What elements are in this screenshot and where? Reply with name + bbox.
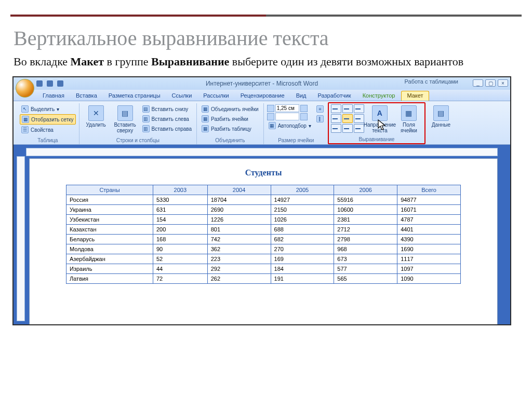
align-top-left[interactable] [331,104,341,113]
table-cell[interactable]: 200 [153,225,207,235]
table-row[interactable]: Украина631269021501060016071 [66,205,461,215]
align-bottom-center[interactable] [342,124,353,133]
table-cell[interactable]: Азербайджан [66,254,153,264]
alignment-grid[interactable] [331,104,364,133]
table-cell[interactable]: Латвия [66,274,153,284]
cell-margins-button[interactable]: ▦Поля ячейки [395,104,422,133]
table-cell[interactable]: 1226 [207,215,271,225]
tab-главная[interactable]: Главная [37,91,70,101]
quick-access-toolbar[interactable] [36,80,63,87]
stepper-icon[interactable] [300,113,308,120]
table-header[interactable]: 2005 [271,185,334,195]
restore-icon[interactable]: ▢ [485,79,496,87]
tab-конструктор[interactable]: Конструктор [357,91,401,101]
stepper-icon[interactable] [300,105,308,112]
align-bottom-right[interactable] [354,124,364,133]
table-cell[interactable]: Россия [66,195,153,205]
table-row[interactable]: Россия533018704149275591694877 [66,195,461,205]
table-cell[interactable]: 631 [153,205,207,215]
text-direction-button[interactable]: AНаправление текста [366,104,393,133]
table-cell[interactable]: 688 [271,225,334,235]
table-cell[interactable]: 742 [207,235,271,244]
align-top-right[interactable] [354,104,364,113]
insert-right-button[interactable]: ▥Вставить справа [141,124,193,133]
insert-left-button[interactable]: ▥Вставить слева [141,114,193,123]
table-row[interactable]: Казахстан20080168827124401 [66,225,461,235]
row-height-control[interactable] [267,104,313,112]
minimize-icon[interactable]: _ [473,79,483,87]
table-cell[interactable]: 1026 [271,215,334,225]
table-cell[interactable]: 94877 [397,195,461,205]
table-cell[interactable]: 2798 [334,235,397,244]
table-cell[interactable]: 168 [153,235,207,244]
table-cell[interactable]: 44 [153,264,207,274]
insert-below-button[interactable]: ▤Вставить снизу [141,104,193,114]
table-cell[interactable]: 682 [271,235,334,244]
table-cell[interactable]: 292 [207,264,271,274]
align-middle-left[interactable] [331,114,341,123]
table-cell[interactable]: 2150 [271,205,334,215]
align-middle-right[interactable] [354,114,364,123]
table-cell[interactable]: 191 [271,274,334,284]
table-cell[interactable]: Молдова [66,244,153,254]
table-cell[interactable]: 16071 [397,205,461,215]
table-cell[interactable]: Израиль [66,264,153,274]
table-cell[interactable]: 1097 [397,264,461,274]
align-bottom-left[interactable] [331,124,341,133]
table-row[interactable]: Израиль442921845771097 [66,264,461,274]
table-row[interactable]: Беларусь16874268227984390 [66,235,461,244]
table-row[interactable]: Молдова903622709681690 [66,244,461,254]
table-cell[interactable]: 801 [207,225,271,235]
data-button[interactable]: ▤Данные [428,104,455,128]
horizontal-ruler[interactable] [26,148,498,156]
redo-icon[interactable] [57,80,63,87]
insert-above-button[interactable]: ▤Вставить сверху [112,104,139,133]
col-width-input[interactable] [275,113,299,120]
table-cell[interactable]: 362 [207,244,271,254]
table-cell[interactable]: 2712 [334,225,397,235]
table-cell[interactable]: 223 [207,254,271,264]
tab-разработчик[interactable]: Разработчик [313,91,356,101]
distribute-rows-button[interactable]: ≡ [315,104,325,114]
split-cells-button[interactable]: ▦Разбить ячейки [200,114,260,123]
table-cell[interactable]: 184 [271,264,334,274]
table-cell[interactable]: 4401 [397,225,461,235]
tab-вставка[interactable]: Вставка [71,91,102,101]
table-cell[interactable]: 2381 [334,215,397,225]
table-cell[interactable]: 14927 [271,195,334,205]
tab-макет[interactable]: Макет [401,91,429,101]
table-cell[interactable]: 1690 [397,244,461,254]
table-cell[interactable]: Узбекистан [66,215,153,225]
document-page[interactable]: Студенты Страны2003200420052006ВсегоРосс… [29,158,498,325]
table-cell[interactable]: 2690 [207,205,271,215]
table-cell[interactable]: 18704 [207,195,271,205]
office-button[interactable] [16,79,34,98]
save-icon[interactable] [36,80,43,87]
tab-рассылки[interactable]: Рассылки [198,91,234,101]
show-gridlines-button[interactable]: ▦Отобразить сетку [20,114,76,125]
table-row[interactable]: Латвия722621915651090 [66,274,461,284]
delete-button[interactable]: ✕Удалить [83,104,110,128]
close-icon[interactable]: × [498,79,508,87]
row-height-input[interactable] [275,104,299,112]
table-header[interactable]: 2004 [207,185,271,195]
table-header[interactable]: Всего [397,185,461,195]
table-cell[interactable]: 5330 [153,195,207,205]
table-cell[interactable]: 673 [334,254,397,264]
vertical-ruler[interactable] [17,156,25,321]
split-table-button[interactable]: ▦Разбить таблицу [200,124,260,133]
tab-разметка страницы[interactable]: Разметка страницы [103,91,166,101]
table-header[interactable]: 2006 [334,185,397,195]
tab-рецензирование[interactable]: Рецензирование [235,91,290,101]
tab-вид[interactable]: Вид [291,91,312,101]
undo-icon[interactable] [47,80,53,87]
autofit-button[interactable]: ▦Автоподбор ▾ [267,121,313,130]
distribute-cols-button[interactable]: ∥ [315,114,325,123]
align-middle-center[interactable] [342,114,353,123]
table-row[interactable]: Узбекистан1541226102623814787 [66,215,461,225]
col-width-control[interactable] [267,113,313,120]
table-cell[interactable]: 72 [153,274,207,284]
table-cell[interactable]: 10600 [334,205,397,215]
table-cell[interactable]: 577 [334,264,397,274]
table-cell[interactable]: 1117 [397,254,461,264]
